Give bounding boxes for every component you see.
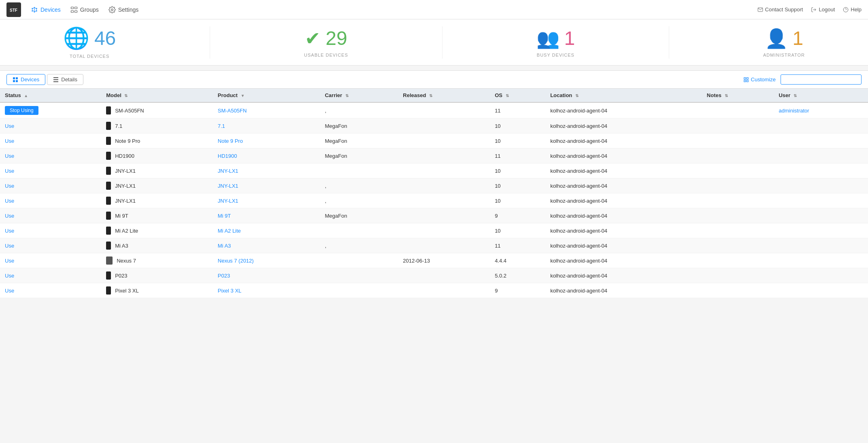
- table-row: UseNote 9 ProNote 9 ProMegaFon10kolhoz-a…: [0, 134, 868, 148]
- cell-user: [774, 253, 868, 268]
- stat-busy-devices: 👥 1 BUSY DEVICES: [536, 28, 575, 57]
- cell-user: [774, 178, 868, 193]
- cell-os: 10: [490, 119, 545, 134]
- svg-line-12: [35, 8, 36, 8]
- use-button[interactable]: Use: [5, 168, 14, 174]
- model-text: Note 9 Pro: [115, 138, 140, 144]
- header-left: STF Devices Grou: [6, 2, 138, 17]
- devices-table: Status Model Product Carrier Released: [0, 89, 868, 298]
- col-model[interactable]: Model: [101, 89, 213, 102]
- col-user-label: User: [779, 92, 790, 98]
- usable-devices-number: 29: [326, 29, 347, 48]
- svg-rect-16: [74, 7, 77, 9]
- product-link[interactable]: Mi A2 Lite: [218, 228, 241, 234]
- product-link[interactable]: Mi 9T: [218, 213, 231, 219]
- cell-status: Use: [0, 134, 101, 148]
- cell-carrier: ,: [320, 238, 398, 253]
- cell-location: kolhoz-android-agent-04: [545, 148, 702, 163]
- cell-carrier: ,: [320, 102, 398, 119]
- cell-carrier: ,: [320, 193, 398, 208]
- sort-os-icon: [506, 93, 509, 98]
- table-row: UseMi 9TMi 9TMegaFon9kolhoz-android-agen…: [0, 208, 868, 223]
- sort-status-icon: [24, 93, 28, 98]
- cell-status: Use: [0, 253, 101, 268]
- svg-point-3: [34, 7, 35, 8]
- cell-user: [774, 163, 868, 178]
- cell-notes: [702, 163, 774, 178]
- col-carrier[interactable]: Carrier: [320, 89, 398, 102]
- product-link[interactable]: Nexus 7 (2012): [218, 258, 254, 264]
- stop-using-button[interactable]: Stop Using: [5, 106, 38, 115]
- table-row: Stop UsingSM-A505FNSM-A505FN,11kolhoz-an…: [0, 102, 868, 119]
- col-notes[interactable]: Notes: [702, 89, 774, 102]
- table-header: Status Model Product Carrier Released: [0, 89, 868, 102]
- use-button[interactable]: Use: [5, 273, 14, 279]
- col-released[interactable]: Released: [398, 89, 490, 102]
- product-link[interactable]: Mi A3: [218, 243, 231, 249]
- product-link[interactable]: JNY-LX1: [218, 198, 238, 204]
- tab-devices[interactable]: Devices: [6, 74, 45, 85]
- logout-link[interactable]: Logout: [811, 6, 835, 13]
- col-os[interactable]: OS: [490, 89, 545, 102]
- contact-support-link[interactable]: Contact Support: [757, 6, 803, 13]
- col-location[interactable]: Location: [545, 89, 702, 102]
- nav-groups[interactable]: Groups: [70, 6, 99, 13]
- cell-notes: [702, 102, 774, 119]
- product-link[interactable]: Note 9 Pro: [218, 138, 243, 144]
- use-button[interactable]: Use: [5, 288, 14, 294]
- cell-released: 2012-06-13: [398, 253, 490, 268]
- use-button[interactable]: Use: [5, 123, 14, 129]
- product-link[interactable]: Pixel 3 XL: [218, 288, 242, 294]
- cell-status: Use: [0, 119, 101, 134]
- model-text: 7.1: [115, 123, 122, 129]
- cell-carrier: MegaFon: [320, 148, 398, 163]
- use-button[interactable]: Use: [5, 183, 14, 189]
- nav-devices[interactable]: Devices: [31, 6, 61, 13]
- use-button[interactable]: Use: [5, 213, 14, 219]
- customize-button[interactable]: Customize: [743, 76, 776, 83]
- nav-settings[interactable]: Settings: [108, 6, 139, 13]
- cell-user: [774, 223, 868, 238]
- product-link[interactable]: P023: [218, 273, 230, 279]
- product-link[interactable]: SM-A505FN: [218, 108, 247, 114]
- use-button[interactable]: Use: [5, 153, 14, 159]
- use-button[interactable]: Use: [5, 228, 14, 234]
- cell-released: [398, 208, 490, 223]
- cell-user: [774, 193, 868, 208]
- product-link[interactable]: JNY-LX1: [218, 183, 238, 189]
- use-button[interactable]: Use: [5, 258, 14, 264]
- usable-devices-label: USABLE DEVICES: [304, 53, 348, 57]
- cell-location: kolhoz-android-agent-04: [545, 163, 702, 178]
- device-icon: [106, 227, 111, 235]
- col-os-label: OS: [495, 92, 502, 98]
- use-button[interactable]: Use: [5, 243, 14, 249]
- search-input[interactable]: [781, 74, 862, 85]
- cell-product: JNY-LX1: [213, 163, 320, 178]
- logout-icon: [811, 7, 817, 13]
- cell-location: kolhoz-android-agent-04: [545, 178, 702, 193]
- stat-divider-3: [669, 26, 669, 59]
- envelope-icon: [757, 7, 763, 13]
- col-product[interactable]: Product: [213, 89, 320, 102]
- cell-os: 9: [490, 208, 545, 223]
- product-link[interactable]: HD1900: [218, 153, 237, 159]
- col-user[interactable]: User: [774, 89, 868, 102]
- cell-os: 10: [490, 223, 545, 238]
- use-button[interactable]: Use: [5, 198, 14, 204]
- sort-location-icon: [575, 93, 579, 98]
- tab-details[interactable]: Details: [47, 74, 83, 85]
- col-status[interactable]: Status: [0, 89, 101, 102]
- stat-usable-devices: ✔ 29 USABLE DEVICES: [304, 28, 348, 57]
- col-released-label: Released: [403, 92, 426, 98]
- use-button[interactable]: Use: [5, 138, 14, 144]
- tabs-left: Devices Details: [6, 74, 83, 85]
- product-link[interactable]: JNY-LX1: [218, 168, 238, 174]
- sort-product-icon: [241, 93, 245, 98]
- administrator-number: 1: [793, 29, 804, 48]
- help-link[interactable]: Help: [843, 6, 862, 13]
- cell-os: 10: [490, 163, 545, 178]
- product-link[interactable]: 7.1: [218, 123, 225, 129]
- user-link[interactable]: administrator: [779, 108, 809, 114]
- sort-model-icon: [124, 93, 128, 98]
- nav-groups-label: Groups: [80, 6, 99, 13]
